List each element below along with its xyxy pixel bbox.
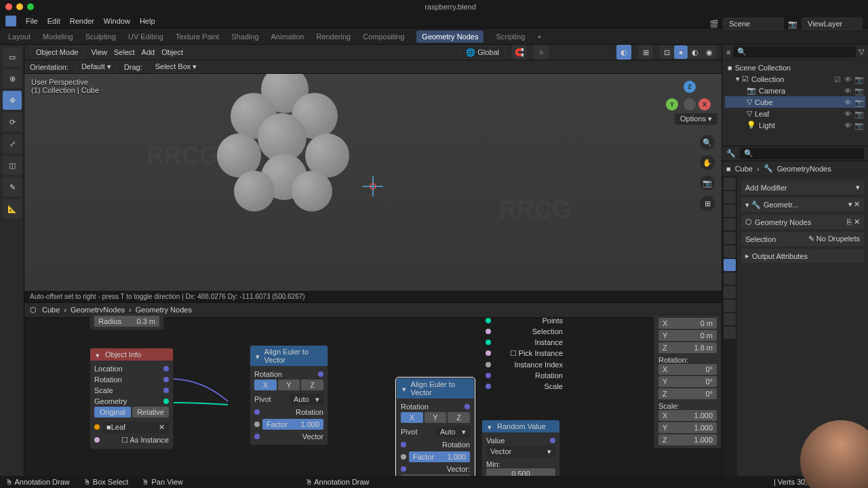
- menu-file[interactable]: File: [26, 17, 38, 25]
- align-euler-1-node[interactable]: ▾Align Euler to Vector Rotation XYZ Pivo…: [250, 345, 328, 445]
- camera-icon[interactable]: 📷: [700, 176, 715, 190]
- light-row[interactable]: 💡 Light👁📷: [725, 119, 865, 131]
- mode-selector[interactable]: Object Mode: [30, 46, 84, 58]
- tab-modeling[interactable]: Modeling: [43, 33, 73, 41]
- mod-render-icon[interactable]: [827, 200, 836, 209]
- camera-row[interactable]: 📷 Camera👁📷: [725, 85, 865, 96]
- menu-render[interactable]: Render: [70, 17, 94, 25]
- vector-dropdown[interactable]: Vector▾: [486, 446, 555, 458]
- cursor-tool[interactable]: ▭: [3, 47, 22, 66]
- cube-row[interactable]: ▽ Cube👁📷: [725, 96, 865, 108]
- tab-shading[interactable]: Shading: [231, 33, 258, 41]
- relative-button[interactable]: Relative: [132, 407, 169, 418]
- transform-tool[interactable]: ◫: [3, 156, 22, 175]
- x-axis-icon[interactable]: X: [698, 98, 711, 110]
- overlay-toggle[interactable]: ⊞: [638, 45, 653, 60]
- mod-edit-icon[interactable]: [837, 200, 847, 209]
- menu-window[interactable]: Window: [104, 17, 130, 25]
- physics-tab[interactable]: [724, 286, 736, 298]
- scale-tool[interactable]: ⤢: [3, 134, 22, 153]
- outliner-search[interactable]: 🔍: [733, 46, 856, 58]
- tab-rendering[interactable]: Rendering: [316, 33, 351, 41]
- perspective-icon[interactable]: ⊞: [700, 196, 715, 211]
- maximize-window[interactable]: [27, 3, 34, 10]
- props-gn[interactable]: GeometryNodes: [777, 165, 831, 173]
- factor-field-2[interactable]: Factor1.000: [409, 451, 470, 462]
- axis-x[interactable]: X: [254, 380, 277, 390]
- modifier-tab[interactable]: [724, 259, 736, 271]
- leaf-row[interactable]: ▽ Leaf👁📷: [725, 108, 865, 119]
- collection-row[interactable]: ▾ ☑ Collection☑👁📷: [725, 73, 865, 85]
- blender-logo-icon[interactable]: [5, 16, 16, 26]
- proportional-toggle[interactable]: ○: [534, 45, 549, 60]
- radius-node[interactable]: Radius0.3 m: [90, 312, 164, 330]
- render-tab[interactable]: [724, 178, 736, 190]
- data-tab[interactable]: [724, 313, 736, 325]
- selectbox-dropdown[interactable]: Select Box ▾: [149, 60, 203, 73]
- align-euler-2-node[interactable]: ▾Align Euler to Vector Rotation XYZ Pivo…: [396, 378, 475, 479]
- rendered-shading[interactable]: ◉: [703, 45, 716, 59]
- move-tool[interactable]: ✥: [3, 91, 22, 110]
- pivot-dropdown-2[interactable]: Auto ▾: [436, 426, 470, 438]
- factor-field[interactable]: Factor1.000: [262, 419, 323, 430]
- tab-texture[interactable]: Texture Paint: [176, 33, 219, 41]
- node-canvas[interactable]: Radius0.3 m ▾Object Info Location Rotati…: [24, 318, 722, 479]
- tab-uv[interactable]: UV Editing: [128, 33, 163, 41]
- original-button[interactable]: Original: [94, 407, 131, 418]
- snap-toggle[interactable]: 🧲: [512, 45, 527, 60]
- shading-toggle[interactable]: ◐: [616, 45, 631, 60]
- rotate-tool[interactable]: ⟳: [3, 113, 22, 131]
- wireframe-shading[interactable]: ⊡: [660, 45, 673, 59]
- 3d-cursor-tool[interactable]: ⊕: [3, 69, 22, 88]
- y-axis-icon[interactable]: Y: [666, 98, 678, 110]
- orientation-selector[interactable]: 🌐 Global: [460, 46, 505, 59]
- scene-selector[interactable]: Scene: [723, 18, 784, 30]
- selection-input[interactable]: Selection✎ No Drupelets: [741, 232, 864, 246]
- axis-z-2[interactable]: Z: [448, 412, 470, 423]
- filter-icon[interactable]: ▽: [859, 47, 864, 56]
- measure-tool[interactable]: 📐: [3, 199, 22, 218]
- minimize-window[interactable]: [16, 3, 23, 10]
- leaf-picker[interactable]: ■ Leaf✕: [102, 422, 169, 433]
- axis-x-2[interactable]: X: [401, 412, 423, 423]
- scene-collection-row[interactable]: ■ Scene Collection: [725, 62, 865, 73]
- mod-dropdown-icon[interactable]: ▾: [848, 200, 852, 209]
- 3d-viewport[interactable]: RRCG RRCG User Perspective (1) Collectio…: [24, 74, 722, 291]
- axis-y[interactable]: Y: [278, 380, 300, 390]
- add-workspace-icon[interactable]: +: [537, 33, 541, 41]
- vp-menu-view[interactable]: View: [91, 48, 107, 56]
- tab-animation[interactable]: Animation: [271, 33, 304, 41]
- nodetree-selector[interactable]: ⬡ Geometry Nodes ⎘✕: [741, 215, 864, 229]
- mod-realtime-icon[interactable]: [816, 200, 825, 209]
- tab-scripting[interactable]: Scripting: [496, 33, 525, 41]
- object-tab[interactable]: [724, 245, 736, 258]
- tab-sculpting[interactable]: Sculpting: [85, 33, 116, 41]
- modifier-header[interactable]: ▾ 🔧 Geometr... ▾ ✕: [741, 197, 864, 212]
- axis-y-2[interactable]: Y: [425, 412, 447, 423]
- node-editor[interactable]: ⬡ Cube › GeometryNodes › Geometry Nodes …: [24, 302, 722, 479]
- instance-points-node[interactable]: Points Selection Instance ☐ Pick Instanc…: [481, 312, 567, 394]
- mod-close-icon[interactable]: ✕: [854, 200, 860, 209]
- solid-shading[interactable]: ●: [674, 45, 688, 59]
- pivot-dropdown[interactable]: Auto ▾: [290, 394, 323, 405]
- vp-menu-select[interactable]: Select: [114, 48, 135, 56]
- default-dropdown[interactable]: Default ▾: [75, 60, 117, 73]
- tab-layout[interactable]: Layout: [8, 33, 31, 41]
- material-tab[interactable]: [724, 327, 736, 339]
- object-info-node[interactable]: ▾Object Info Location Rotation Scale Geo…: [90, 348, 174, 449]
- world-tab[interactable]: [724, 232, 736, 244]
- props-cube[interactable]: Cube: [735, 165, 753, 173]
- props-search[interactable]: 🔍: [740, 148, 864, 159]
- zoom-icon[interactable]: 🔍: [700, 135, 715, 150]
- scene-tab[interactable]: [724, 218, 736, 230]
- bc-cube[interactable]: Cube: [42, 306, 60, 314]
- gizmo-center[interactable]: [684, 98, 696, 110]
- close-window[interactable]: [5, 3, 12, 10]
- pan-icon[interactable]: ✋: [700, 155, 715, 170]
- vp-menu-add[interactable]: Add: [142, 48, 155, 56]
- z-axis-icon[interactable]: Z: [684, 81, 696, 93]
- add-modifier-button[interactable]: Add Modifier▾: [741, 180, 864, 195]
- view-tab[interactable]: [724, 205, 736, 217]
- output-attributes[interactable]: ▸ Output Attributes: [741, 249, 864, 263]
- axis-z[interactable]: Z: [301, 380, 323, 390]
